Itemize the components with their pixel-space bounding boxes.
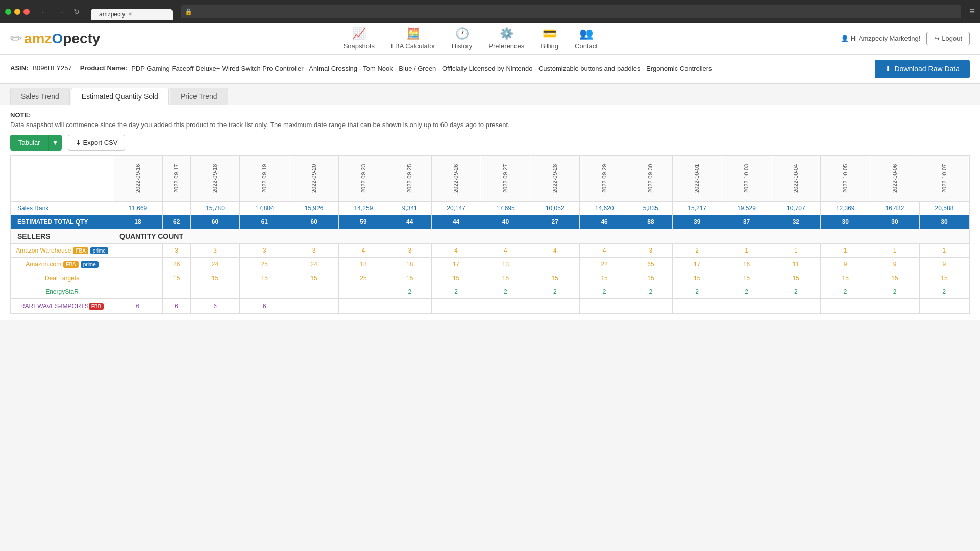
sales-rank-cell: 17,695 [481,202,530,215]
total-qty-cell: 32 [771,215,821,229]
date-header-cell: 2022-10-06 [870,156,920,202]
tab-close-icon[interactable]: ✕ [128,11,132,17]
total-qty-cell: 60 [190,215,240,229]
seller-qty-cell: 6 [240,299,289,313]
tab-estimated-quantity-sold[interactable]: Estimated Quantity Sold [71,88,169,105]
total-qty-cell: 18 [113,215,163,229]
download-raw-data-button[interactable]: ⬇ Download Raw Data [875,60,970,78]
seller-qty-cell: 15 [870,271,920,285]
nav-billing[interactable]: 💳 Billing [541,27,558,50]
nav-snapshots[interactable]: 📈 Snapshots [344,27,375,50]
logo-pencil-icon: ✏ [10,30,22,47]
nav-contact[interactable]: 👥 Contact [575,27,598,50]
fbb-badge: FBB [89,303,104,310]
sales-rank-cell [162,202,190,215]
asin-section: ASIN: B096BFY257 [10,64,72,72]
date-header-cell: 2022-09-29 [580,156,629,202]
nav-fba-calculator[interactable]: 🧮 FBA Calculator [391,27,435,50]
seller-qty-cell: 15 [190,271,240,285]
seller-qty-cell: 15 [388,271,431,285]
nav-preferences[interactable]: ⚙️ Preferences [488,27,524,50]
app-header: ✏ amzOpecty 📈 Snapshots 🧮 FBA Calculator… [0,23,980,55]
seller-qty-cell: 16 [722,258,771,271]
browser-tab[interactable]: amzpecty ✕ [91,9,173,20]
seller-qty-cell [481,299,530,313]
seller-qty-cell: 1 [870,244,920,258]
date-header-cell: 2022-09-18 [190,156,240,202]
asin-value: B096BFY257 [32,64,71,72]
sales-rank-cell: 19,529 [722,202,771,215]
contact-icon: 👥 [579,27,593,40]
dot-red[interactable] [23,9,30,15]
prime-badge: prime [81,261,99,268]
seller-qty-cell [722,299,771,313]
fba-badge: FBA [73,247,88,254]
date-header-cell: 2022-10-07 [919,156,969,202]
seller-qty-cell: 1 [919,244,969,258]
seller-qty-cell: 2 [530,285,580,299]
seller-qty-cell [113,285,163,299]
data-table-container: 2022-09-162022-09-172022-09-182022-09-19… [10,155,970,314]
total-qty-cell: 62 [162,215,190,229]
header-right: 👤 Hi Amzpecty Marketing! ↪ Logout [841,32,970,45]
tab-sales-trend[interactable]: Sales Trend [10,88,70,105]
seller-row: Amazon.comFBAprime2624252418181713226517… [11,258,969,271]
nav-history[interactable]: 🕐 History [452,27,472,50]
date-header-cell: 2022-09-25 [388,156,431,202]
date-header-cell: 2022-09-17 [162,156,190,202]
seller-qty-cell [113,258,163,271]
total-qty-cell: 37 [722,215,771,229]
dot-green[interactable] [5,9,11,15]
seller-qty-cell: 6 [190,299,240,313]
sellers-header-row: SELLERSQUANTITY COUNT [11,229,969,244]
total-qty-cell: 88 [629,215,672,229]
empty-header-cell [11,156,113,202]
preferences-icon: ⚙️ [500,27,513,40]
forward-button[interactable]: → [54,7,67,17]
download-icon: ⬇ [885,65,891,73]
seller-qty-cell: 1 [771,244,821,258]
sales-rank-cell: 16,432 [870,202,920,215]
dot-yellow[interactable] [14,9,20,15]
address-bar[interactable]: 🔒 [181,5,961,18]
browser-nav: ← → ↻ [38,7,83,17]
seller-qty-cell: 3 [388,244,431,258]
seller-qty-cell: 6 [162,299,190,313]
logout-button[interactable]: ↪ Logout [926,32,970,45]
billing-icon: 💳 [543,27,556,40]
total-qty-cell: 46 [580,215,629,229]
seller-qty-cell: 1 [821,244,870,258]
seller-qty-cell: 15 [289,271,339,285]
seller-qty-cell: 3 [162,244,190,258]
user-greeting: 👤 Hi Amzpecty Marketing! [841,35,920,42]
seller-qty-cell: 15 [580,271,629,285]
seller-qty-cell: 2 [722,285,771,299]
sales-rank-cell: 15,780 [190,202,240,215]
date-header-cell: 2022-09-30 [629,156,672,202]
main-content: NOTE: Data snapshot will commence since … [0,105,980,320]
tabular-dropdown-button[interactable]: ▼ [48,135,62,151]
seller-qty-cell: 22 [580,258,629,271]
seller-qty-cell [919,299,969,313]
fba-calculator-icon: 🧮 [406,27,420,40]
seller-qty-cell [113,271,163,285]
browser-menu-button[interactable]: ≡ [969,6,975,17]
total-qty-row: ESTIMATED TOTAL QTY186260616059444440274… [11,215,969,229]
back-button[interactable]: ← [38,7,51,17]
seller-name-cell: Deal Targets [11,271,113,285]
sellers-header-label: SELLERS [11,229,113,244]
sales-rank-cell: 15,217 [672,202,722,215]
tabular-button[interactable]: Tabular [10,135,48,151]
note-section: NOTE: Data snapshot will commence since … [10,111,970,129]
export-csv-button[interactable]: ⬇ Export CSV [68,135,126,151]
note-text: Data snapshot will commence since the da… [10,121,970,129]
address-text: 🔒 [185,8,957,15]
window-controls [5,9,30,15]
date-header-cell: 2022-09-20 [289,156,339,202]
date-header-cell: 2022-10-05 [821,156,870,202]
tab-price-trend[interactable]: Price Trend [170,88,228,105]
reload-button[interactable]: ↻ [70,7,83,17]
seller-qty-cell: 2 [821,285,870,299]
nav-history-label: History [452,42,472,50]
seller-name-cell: RAREWAVES-IMPORTSFBB [11,299,113,313]
